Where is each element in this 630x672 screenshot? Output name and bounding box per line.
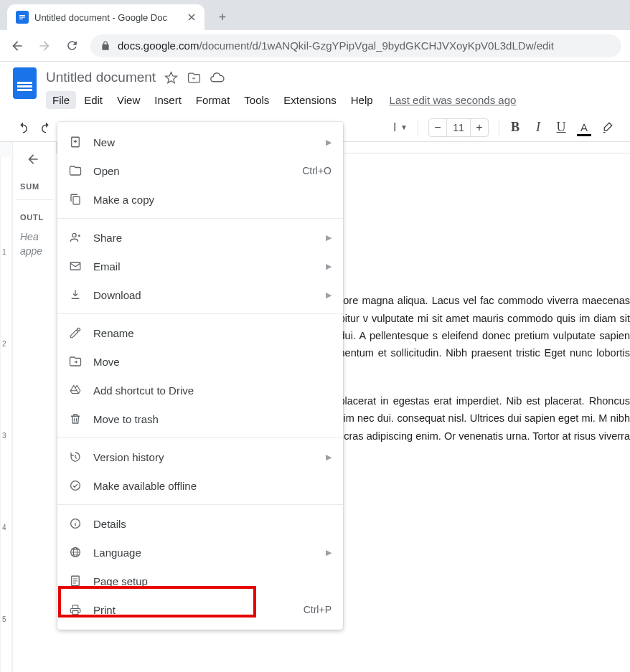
menu-item-label: Page setup xyxy=(93,575,332,587)
file-menu-download[interactable]: Download▶ xyxy=(57,280,343,309)
menu-item-label: Move xyxy=(93,356,332,368)
page-icon xyxy=(69,574,89,587)
chevron-right-icon: ▶ xyxy=(326,453,332,462)
chevron-right-icon: ▶ xyxy=(326,138,332,147)
font-size-value[interactable]: 11 xyxy=(446,119,471,136)
undo-button[interactable] xyxy=(13,118,33,138)
document-title[interactable]: Untitled document xyxy=(46,70,156,85)
browser-back-button[interactable] xyxy=(9,37,26,55)
outline-collapse-button[interactable] xyxy=(26,152,53,166)
file-menu-page-setup[interactable]: Page setup xyxy=(57,567,343,595)
outline-placeholder: Hea appe xyxy=(16,230,53,258)
shortcut-hint: Ctrl+O xyxy=(302,165,332,176)
offline-icon xyxy=(69,479,89,492)
browser-tab[interactable]: Untitled document - Google Doc xyxy=(7,4,204,30)
file-menu-email[interactable]: Email▶ xyxy=(57,252,343,280)
menu-tools[interactable]: Tools xyxy=(238,91,276,109)
menu-item-label: Print xyxy=(93,604,304,616)
browser-url-bar[interactable]: docs.google.com/document/d/1wANQkil-GzgY… xyxy=(90,34,621,57)
drive-shortcut-icon xyxy=(69,384,89,397)
text-color-button[interactable]: A xyxy=(574,118,594,138)
file-menu-make-available-offline[interactable]: Make available offline xyxy=(57,471,343,500)
folder-icon xyxy=(69,164,89,177)
vertical-ruler[interactable]: 1 2 3 4 5 xyxy=(0,157,12,672)
star-icon[interactable] xyxy=(163,70,179,85)
svg-rect-12 xyxy=(72,611,78,615)
outline-heading: OUTL xyxy=(16,213,53,222)
browser-chrome: Untitled document - Google Doc + xyxy=(0,0,630,30)
trash-icon xyxy=(69,412,89,425)
underline-button[interactable]: U xyxy=(551,118,571,138)
file-menu-details[interactable]: Details xyxy=(57,509,343,538)
copy-icon xyxy=(69,193,89,206)
page-plus-icon xyxy=(69,136,89,148)
cloud-status-icon[interactable] xyxy=(209,70,225,85)
chevron-right-icon: ▶ xyxy=(326,262,332,271)
file-menu-new[interactable]: New▶ xyxy=(57,128,343,156)
browser-forward-button[interactable] xyxy=(36,37,53,55)
docs-logo[interactable] xyxy=(10,67,39,105)
menu-item-label: Move to trash xyxy=(93,413,332,425)
globe-icon xyxy=(69,546,89,559)
mail-icon xyxy=(69,260,89,273)
menu-view[interactable]: View xyxy=(111,91,146,109)
browser-address-bar-row: docs.google.com/document/d/1wANQkil-GzgY… xyxy=(0,30,630,62)
person-plus-icon xyxy=(69,231,89,244)
file-menu-move[interactable]: Move xyxy=(57,347,343,376)
file-menu-open[interactable]: OpenCtrl+O xyxy=(57,156,343,185)
svg-rect-0 xyxy=(19,15,25,16)
tab-title: Untitled document - Google Doc xyxy=(34,12,182,23)
highlight-color-button[interactable] xyxy=(597,118,617,138)
menu-help[interactable]: Help xyxy=(344,91,380,109)
last-edit-link[interactable]: Last edit was seconds ago xyxy=(390,94,517,106)
svg-point-5 xyxy=(72,233,76,237)
file-menu-language[interactable]: Language▶ xyxy=(57,538,343,567)
menu-item-label: Email xyxy=(93,260,320,273)
file-menu-share[interactable]: Share▶ xyxy=(57,223,343,252)
file-menu-add-shortcut-to-drive[interactable]: Add shortcut to Drive xyxy=(57,376,343,404)
menu-format[interactable]: Format xyxy=(189,91,237,109)
file-menu-make-a-copy[interactable]: Make a copy xyxy=(57,185,343,214)
browser-reload-button[interactable] xyxy=(63,37,80,55)
chevron-right-icon: ▶ xyxy=(326,233,332,242)
url-text: docs.google.com/document/d/1wANQkil-GzgY… xyxy=(118,39,554,52)
file-menu-dropdown: New▶OpenCtrl+OMake a copyShare▶Email▶Dow… xyxy=(57,122,343,630)
menu-item-label: Download xyxy=(93,289,320,301)
print-icon xyxy=(69,603,89,616)
menu-item-label: Make available offline xyxy=(93,480,332,492)
menu-extensions[interactable]: Extensions xyxy=(277,91,342,109)
menu-file[interactable]: File xyxy=(46,91,76,109)
file-menu-print[interactable]: PrintCtrl+P xyxy=(57,595,343,624)
menu-item-label: New xyxy=(93,136,320,148)
file-menu-version-history[interactable]: Version history▶ xyxy=(57,443,343,471)
new-tab-button[interactable]: + xyxy=(212,6,233,28)
font-size-control[interactable]: − 11 + xyxy=(428,118,489,137)
tab-close-icon[interactable] xyxy=(187,13,196,22)
lock-icon xyxy=(100,41,111,51)
svg-rect-4 xyxy=(73,197,80,204)
menu-item-label: Details xyxy=(93,518,332,530)
redo-button[interactable] xyxy=(36,118,56,138)
menu-item-label: Version history xyxy=(93,451,320,463)
menu-item-label: Make a copy xyxy=(93,194,332,206)
menu-insert[interactable]: Insert xyxy=(148,91,188,109)
menu-edit[interactable]: Edit xyxy=(77,91,109,109)
font-size-decrease[interactable]: − xyxy=(429,121,446,134)
file-menu-rename[interactable]: Rename xyxy=(57,318,343,347)
font-family-dropdown[interactable]: l▼ xyxy=(390,121,412,134)
summary-heading: SUM xyxy=(16,182,53,200)
info-icon xyxy=(69,517,89,530)
svg-rect-2 xyxy=(19,19,23,19)
download-icon xyxy=(69,288,89,301)
history-icon xyxy=(69,450,89,463)
font-size-increase[interactable]: + xyxy=(471,121,488,134)
bold-button[interactable]: B xyxy=(505,118,525,138)
file-menu-move-to-trash[interactable]: Move to trash xyxy=(57,404,343,433)
menu-item-label: Language xyxy=(93,546,320,559)
menu-item-label: Add shortcut to Drive xyxy=(93,384,332,397)
chevron-right-icon: ▶ xyxy=(326,548,332,557)
move-icon xyxy=(69,355,89,368)
italic-button[interactable]: I xyxy=(528,118,548,138)
move-to-folder-icon[interactable] xyxy=(186,70,202,85)
docs-header: Untitled document File Edit View Insert … xyxy=(0,62,630,113)
